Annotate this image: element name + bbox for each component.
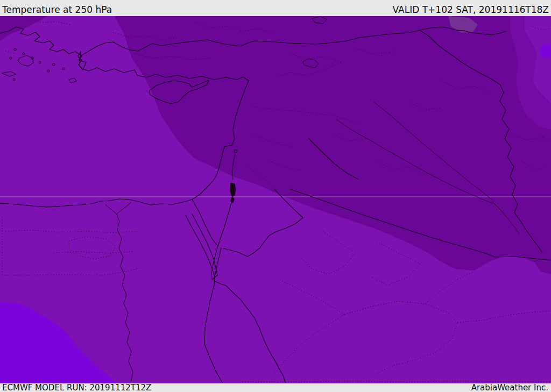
- footer-bar: ECMWF MODEL RUN: 20191112T12Z ArabiaWeat…: [0, 383, 551, 392]
- page-title: Temperature at 250 hPa: [2, 4, 112, 15]
- temperature-bands: [0, 16, 551, 383]
- map-area: [0, 16, 551, 383]
- model-run-label: ECMWF MODEL RUN: 20191112T12Z: [2, 383, 151, 392]
- valid-time-label: VALID T+102 SAT, 20191116T18Z: [393, 4, 549, 15]
- header-bar: Temperature at 250 hPa VALID T+102 SAT, …: [0, 0, 551, 16]
- weather-map-window: Temperature at 250 hPa VALID T+102 SAT, …: [0, 0, 551, 392]
- brand-label: ArabiaWeather Inc.: [471, 383, 548, 392]
- temperature-map: [0, 16, 551, 383]
